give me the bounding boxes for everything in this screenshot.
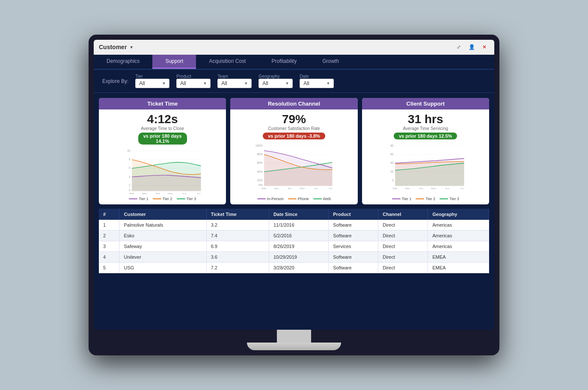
cell-ticket-time: 3.2 (206, 220, 269, 230)
tab-demographics[interactable]: Demographics (94, 55, 152, 69)
title-dropdown-arrow[interactable]: ▼ (129, 45, 134, 50)
col-ticket-time: Ticket Time (206, 209, 269, 220)
user-button[interactable]: 👤 (467, 42, 476, 52)
client-support-legend: Tier 1 Tier 2 Tier 3 (392, 197, 459, 201)
ticket-time-value: 4:12s (147, 113, 178, 126)
tab-profitability[interactable]: Profitability (258, 55, 309, 69)
cell-channel: Direct (378, 251, 428, 262)
cell-ticket-time: 7.2 (206, 262, 269, 273)
svg-text:Apr: Apr (156, 192, 160, 194)
svg-text:6: 6 (129, 166, 131, 169)
cell-customer: USG (119, 262, 206, 273)
chart-ticket-time: Ticket Time 4:12s Average Time to Close … (99, 98, 226, 204)
cell-customer: Safeway (119, 241, 206, 251)
svg-text:80: 80 (390, 144, 394, 147)
tab-support[interactable]: Support (152, 55, 196, 69)
cell-product: Software (329, 220, 378, 230)
cell-date-since: 10/29/2019 (269, 251, 328, 262)
svg-text:Jul: Jul (329, 187, 332, 189)
chart-client-header: Client Support (362, 98, 489, 109)
filter-product[interactable]: Product All ▼ (176, 74, 211, 88)
svg-text:20: 20 (390, 170, 394, 173)
cell-customer: Esko (119, 230, 206, 241)
col-date-since: Date Since (269, 209, 328, 220)
table-row: 3 Safeway 6.9 8/26/2019 Services Direct … (99, 241, 489, 251)
cell-channel: Direct (378, 220, 428, 230)
cell-ticket-time: 6.9 (206, 241, 269, 251)
cell-geography: Americas (428, 241, 489, 251)
table-row: 1 Palmolive Naturals 3.2 11/1/2016 Softw… (99, 220, 489, 230)
resolution-sublabel: Customer Satisfaction Rate (268, 126, 320, 131)
cell-num: 4 (99, 251, 119, 262)
client-support-sublabel: Average Time Servicing (403, 126, 448, 131)
svg-text:May: May (431, 187, 437, 189)
export-button[interactable]: ⤢ (454, 42, 463, 52)
svg-text:60%: 60% (257, 161, 263, 164)
svg-text:2: 2 (129, 183, 131, 186)
tab-growth[interactable]: Growth (309, 55, 352, 69)
cell-channel: Direct (378, 230, 428, 241)
close-button[interactable]: ✕ (480, 42, 489, 52)
screen: Customer ▼ ⤢ 👤 ✕ Demographics Support Ac… (94, 40, 494, 330)
svg-text:0%: 0% (258, 183, 263, 186)
cell-num: 1 (99, 220, 119, 230)
cell-geography: Americas (428, 230, 489, 241)
svg-text:Mar: Mar (274, 187, 279, 189)
col-num: # (99, 209, 119, 220)
svg-text:60: 60 (390, 153, 394, 156)
cell-product: Services (329, 241, 378, 251)
filter-geography[interactable]: Geography All ▼ (258, 74, 293, 88)
resolution-legend: In-Person Phone Web (257, 197, 331, 201)
svg-text:Apr: Apr (419, 187, 423, 189)
ticket-time-sublabel: Average Time to Close (141, 126, 184, 131)
filter-team[interactable]: Team All ▼ (217, 74, 252, 88)
cell-channel: Direct (378, 262, 428, 273)
cell-channel: Direct (378, 241, 428, 251)
tab-acquisition[interactable]: Acquisition Cost (196, 55, 258, 69)
cell-customer: Unilever (119, 251, 206, 262)
svg-text:80%: 80% (257, 153, 263, 156)
cell-ticket-time: 3.6 (206, 251, 269, 262)
resolution-value: 79% (282, 113, 306, 126)
svg-text:4: 4 (129, 175, 131, 178)
svg-text:Jul: Jul (460, 187, 463, 189)
svg-text:Jul: Jul (197, 192, 200, 194)
table-row: 4 Unilever 3.6 10/29/2019 Software Direc… (99, 251, 489, 262)
chart-ticket-time-header: Ticket Time (99, 98, 226, 109)
cell-num: 5 (99, 262, 119, 273)
explore-by-label: Explore By: (102, 78, 128, 84)
svg-text:0: 0 (392, 178, 394, 181)
cell-product: Software (329, 230, 378, 241)
svg-text:Feb: Feb (262, 187, 267, 189)
svg-text:Feb: Feb (392, 187, 397, 189)
cell-num: 2 (99, 230, 119, 241)
svg-text:40: 40 (390, 161, 394, 164)
svg-text:40%: 40% (257, 170, 263, 173)
svg-text:0: 0 (129, 188, 131, 191)
svg-text:Mar: Mar (142, 192, 147, 194)
cell-date-since: 3/28/2020 (269, 262, 328, 273)
ticket-time-badge: vs prior 180 days14.1% (138, 133, 187, 145)
svg-text:Mar: Mar (405, 187, 410, 189)
col-channel: Channel (378, 209, 428, 220)
cell-product: Software (329, 251, 378, 262)
svg-text:Feb: Feb (130, 192, 134, 194)
filter-date[interactable]: Date All ▼ (300, 74, 334, 88)
col-customer: Customer (119, 209, 206, 220)
cell-date-since: 11/1/2016 (269, 220, 328, 230)
chart-resolution-channel: Resolution Channel 79% Customer Satisfac… (230, 98, 357, 204)
col-geography: Geography (428, 209, 489, 220)
main-content: Ticket Time 4:12s Average Time to Close … (94, 93, 494, 330)
client-support-badge: vs prior 180 days 12.5% (394, 133, 457, 139)
client-support-value: 31 hrs (408, 113, 443, 126)
cell-geography: Americas (428, 220, 489, 230)
charts-row: Ticket Time 4:12s Average Time to Close … (99, 98, 489, 204)
svg-text:10: 10 (127, 149, 131, 152)
cell-product: Software (329, 262, 378, 273)
filter-tier[interactable]: Tier All ▼ (135, 74, 169, 88)
title-bar: Customer ▼ ⤢ 👤 ✕ (94, 40, 494, 55)
app-title: Customer (99, 44, 127, 50)
cell-date-since: 8/26/2019 (269, 241, 328, 251)
cell-ticket-time: 7.4 (206, 230, 269, 241)
table-row: 2 Esko 7.4 5/2/2016 Software Direct Amer… (99, 230, 489, 241)
